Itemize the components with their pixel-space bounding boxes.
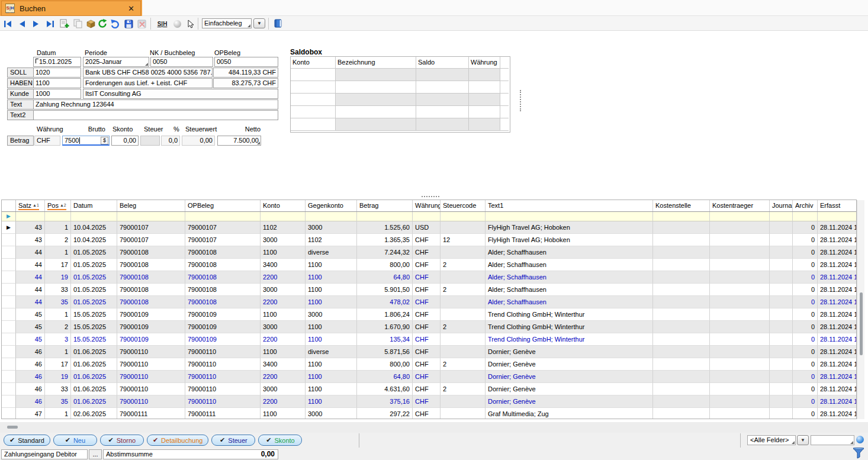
- filter-cell-steuercode[interactable]: [441, 212, 486, 221]
- booking-type-field[interactable]: Zahlungseingang Debitor: [1, 449, 88, 459]
- row-selector-cell[interactable]: [2, 395, 16, 408]
- table-row[interactable]: 45215.05.20257900010979000109300011001.6…: [2, 321, 856, 333]
- button-standard[interactable]: ✔Standard: [4, 435, 50, 446]
- button-steuer[interactable]: ✔Steuer: [211, 435, 255, 446]
- table-row[interactable]: 461901.06.202579000110790001102200110064…: [2, 371, 856, 383]
- filter-cell-gegenkonto[interactable]: [306, 212, 357, 221]
- row-selector-cell[interactable]: [2, 234, 16, 246]
- skonto-input[interactable]: 0,00: [111, 136, 139, 146]
- row-selector-cell[interactable]: [2, 284, 16, 296]
- saldobox-row[interactable]: [291, 106, 510, 118]
- saldobox-row[interactable]: [291, 94, 510, 106]
- column-header-konto[interactable]: Konto: [261, 200, 306, 211]
- table-row[interactable]: 463301.06.20257900011079000110300011004.…: [2, 383, 856, 395]
- saldobox-splitter-handle[interactable]: [520, 90, 521, 111]
- table-row[interactable]: 443301.05.20257900010879000108300011005.…: [2, 284, 856, 296]
- row-selector-cell[interactable]: [2, 246, 16, 259]
- button-neu[interactable]: ✔Neu: [53, 435, 97, 446]
- vertical-scrollbar-thumb[interactable]: [860, 292, 863, 355]
- filter-cell-beleg[interactable]: [117, 212, 185, 221]
- next-record-button[interactable]: [31, 18, 41, 29]
- haben-konto-input[interactable]: 1100: [33, 78, 81, 88]
- document-type-select[interactable]: Einfachbeleg: [202, 18, 252, 28]
- table-row[interactable]: 45315.05.2025790001097900010922001100135…: [2, 333, 856, 346]
- table-row[interactable]: 461701.06.202579000110790001103400110080…: [2, 358, 856, 371]
- column-header-betrag[interactable]: Betrag: [357, 200, 413, 211]
- column-header-journal[interactable]: Journal: [770, 200, 793, 211]
- previous-record-button[interactable]: [17, 18, 27, 29]
- column-header-kostentraeger[interactable]: Kostentraeger: [710, 200, 770, 211]
- saldobox-row[interactable]: [291, 69, 510, 81]
- soll-konto-input[interactable]: 1020: [33, 67, 81, 78]
- filter-funnel-icon[interactable]: [853, 448, 864, 459]
- table-filter-row[interactable]: ▶: [2, 212, 856, 221]
- periode-select[interactable]: 2025-Januar: [83, 57, 149, 67]
- fields-filter-dropdown-button[interactable]: ▼: [797, 435, 809, 445]
- button-storno[interactable]: ✔Storno: [100, 435, 144, 446]
- filter-cell-opbeleg[interactable]: [185, 212, 261, 221]
- search-sphere-icon[interactable]: [856, 436, 864, 443]
- row-selector-cell[interactable]: [2, 259, 16, 271]
- column-header-opbeleg[interactable]: OPBeleg: [185, 200, 261, 211]
- column-header-kostenstelle[interactable]: Kostenstelle: [653, 200, 710, 211]
- row-selector-cell[interactable]: [2, 296, 16, 308]
- close-icon[interactable]: ✕: [126, 4, 137, 13]
- table-row[interactable]: 46101.06.202579000110790001101100diverse…: [2, 346, 856, 358]
- table-row[interactable]: 44101.05.202579000108790001081100diverse…: [2, 246, 856, 259]
- table-row[interactable]: 43210.04.20257900010779000107300011021.3…: [2, 234, 856, 246]
- filter-cell-erfasst[interactable]: [818, 212, 857, 221]
- package-icon[interactable]: [85, 18, 96, 29]
- last-record-button[interactable]: [45, 18, 56, 29]
- new-record-icon[interactable]: [59, 18, 70, 29]
- row-selector-cell[interactable]: [2, 271, 16, 284]
- filter-cell-pos[interactable]: [45, 212, 71, 221]
- table-row[interactable]: 441901.05.202579000108790001082200110064…: [2, 271, 856, 284]
- book-icon[interactable]: [272, 18, 283, 29]
- filter-cell-kostenstelle[interactable]: [653, 212, 710, 221]
- filter-cell-archiv[interactable]: [793, 212, 818, 221]
- row-selector-cell[interactable]: [2, 321, 16, 333]
- saldobox-row[interactable]: [291, 118, 510, 131]
- vertical-scrollbar[interactable]: [857, 200, 864, 419]
- column-header-gegenkonto[interactable]: Gegenkonto: [306, 200, 357, 211]
- column-header-erfasst[interactable]: Erfasst: [818, 200, 857, 211]
- filter-cell-betrag[interactable]: [357, 212, 413, 221]
- filter-cell-datum[interactable]: [71, 212, 117, 221]
- datum-input[interactable]: 15.01.2025: [33, 57, 81, 67]
- nk-buchbeleg-input[interactable]: 0050: [150, 57, 213, 67]
- table-row[interactable]: 441701.05.202579000108790001083400110080…: [2, 259, 856, 271]
- table-row[interactable]: 47102.06.2025790001117900011111003000297…: [2, 408, 856, 419]
- filter-cell-konto[interactable]: [261, 212, 306, 221]
- column-header-text1[interactable]: Text1: [486, 200, 653, 211]
- table-row[interactable]: ▶43110.04.20257900010779000107110230001.…: [2, 221, 856, 234]
- filter-cell-kostentraeger[interactable]: [710, 212, 770, 221]
- column-header-satz[interactable]: Satz ▲1: [16, 200, 45, 211]
- text2-input[interactable]: [33, 110, 278, 120]
- column-header-pos[interactable]: Pos ▲2: [45, 200, 71, 211]
- column-header-steuercode[interactable]: Steuercode: [441, 200, 486, 211]
- horizontal-scrollbar[interactable]: [0, 422, 868, 433]
- table-row[interactable]: 443501.05.202579000108790001082200110047…: [2, 296, 856, 308]
- row-selector-cell[interactable]: [2, 408, 16, 419]
- button-detailbuchung[interactable]: ✔Detailbuchung: [147, 435, 209, 446]
- table-row[interactable]: 45115.05.20257900010979000109110030001.8…: [2, 308, 856, 321]
- filter-cell-waehrung[interactable]: [413, 212, 441, 221]
- column-header-w-hrung[interactable]: Währung: [413, 200, 441, 211]
- row-selector-cell[interactable]: [2, 383, 16, 395]
- row-selector-cell[interactable]: [2, 333, 16, 346]
- booking-type-browse-button[interactable]: ...: [89, 449, 102, 459]
- refresh-icon[interactable]: [97, 18, 108, 29]
- filter-cell-text1[interactable]: [486, 212, 653, 221]
- currency-button[interactable]: $: [101, 137, 108, 144]
- grid-splitter-handle[interactable]: [422, 196, 439, 197]
- column-header-datum[interactable]: Datum: [71, 200, 117, 211]
- horizontal-scrollbar-thumb[interactable]: [7, 426, 18, 429]
- row-selector-cell[interactable]: [2, 308, 16, 321]
- kunde-konto-input[interactable]: 1000: [33, 89, 81, 99]
- column-header-archiv[interactable]: Archiv: [793, 200, 818, 211]
- quick-search-input[interactable]: [811, 435, 854, 445]
- row-selector-cell[interactable]: [2, 358, 16, 371]
- soll-haben-icon[interactable]: S|H: [155, 18, 169, 29]
- button-skonto[interactable]: ✔Skonto: [258, 435, 302, 446]
- first-record-button[interactable]: [2, 18, 13, 29]
